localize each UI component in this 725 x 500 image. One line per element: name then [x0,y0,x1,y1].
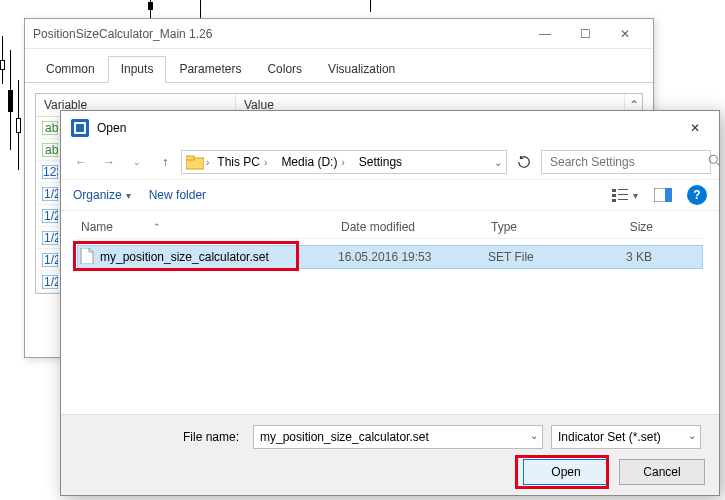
nav-back-button[interactable]: ← [69,150,93,174]
search-field[interactable] [548,154,702,170]
svg-text:ab: ab [45,121,58,135]
file-type-filter[interactable]: Indicator Set (*.set) ⌄ [551,425,701,449]
svg-text:1/2: 1/2 [44,231,58,245]
param-int-icon: 123 [40,165,60,179]
svg-line-19 [717,163,721,167]
tab-colors[interactable]: Colors [254,56,315,83]
cancel-button[interactable]: Cancel [619,459,705,485]
tab-parameters[interactable]: Parameters [166,56,254,83]
close-icon[interactable]: ✕ [677,115,713,141]
file-size: 3 KB [598,250,658,264]
nav-forward-button: → [97,150,121,174]
svg-rect-24 [612,199,616,202]
preview-pane-button[interactable] [649,184,677,206]
file-list: Name⌃ Date modified Type Size my_positio… [61,211,719,273]
help-icon[interactable]: ? [687,185,707,205]
breadcrumb-item[interactable]: This PC› [211,153,273,171]
svg-rect-21 [618,189,628,190]
dialog-title: PositionSizeCalculator_Main 1.26 [33,27,525,41]
svg-point-18 [709,155,717,163]
file-icon [80,248,94,267]
minimize-button[interactable]: — [525,22,565,46]
sort-ascending-icon: ⌃ [153,222,161,232]
toolbar: Organize ▾ New folder ▾ ? [61,179,719,211]
param-string-icon: ab [40,121,60,135]
close-button[interactable]: ✕ [605,22,645,46]
chevron-down-icon[interactable]: ⌄ [530,430,538,441]
file-date: 16.05.2016 19:53 [338,250,488,264]
tab-inputs[interactable]: Inputs [108,56,167,83]
column-header-size[interactable]: Size [597,218,657,236]
organize-menu[interactable]: Organize ▾ [73,188,131,202]
search-icon [708,154,721,170]
param-string-icon: ab [40,143,60,157]
chevron-down-icon[interactable]: ⌄ [688,430,696,441]
param-fraction-icon: 1/2 [40,231,60,245]
file-type: SET File [488,250,598,264]
param-fraction-icon: 1/2 [40,187,60,201]
open-dialog-icon [71,119,89,137]
nav-up-button[interactable]: ↑ [153,150,177,174]
breadcrumb-item[interactable]: Media (D:)› [275,153,350,171]
open-dialog-titlebar: Open ✕ [61,111,719,145]
filename-label: File name: [75,430,245,444]
param-fraction-icon: 1/2 [40,275,60,289]
list-header: Name⌃ Date modified Type Size [77,215,703,239]
column-header-type[interactable]: Type [487,218,597,236]
svg-rect-23 [618,194,628,195]
nav-recent-dropdown[interactable]: ⌄ [125,150,149,174]
tab-visualization[interactable]: Visualization [315,56,408,83]
new-folder-button[interactable]: New folder [149,188,206,202]
param-fraction-icon: 1/2 [40,253,60,267]
filename-input[interactable]: my_position_size_calculator.set ⌄ [253,425,543,449]
tab-common[interactable]: Common [33,56,108,83]
maximize-button[interactable]: ☐ [565,22,605,46]
open-dialog-title: Open [97,121,677,135]
breadcrumb-item[interactable]: Settings [353,153,408,171]
column-header-date[interactable]: Date modified [337,218,487,236]
param-fraction-icon: 1/2 [40,209,60,223]
svg-text:ab: ab [45,143,58,157]
column-header-name[interactable]: Name⌃ [77,218,337,236]
dialog-footer: File name: my_position_size_calculator.s… [61,414,719,495]
svg-rect-17 [186,156,194,160]
navigation-bar: ← → ⌄ ↑ › This PC› Media (D:)› Settings … [61,145,719,179]
svg-text:1/2: 1/2 [44,187,58,201]
file-name: my_position_size_calculator.set [100,250,269,264]
tabbar: Common Inputs Parameters Colors Visualiz… [25,55,653,83]
svg-rect-20 [612,189,616,192]
view-options-button[interactable]: ▾ [611,184,639,206]
chevron-right-icon[interactable]: › [206,157,209,168]
open-button[interactable]: Open [523,459,609,485]
svg-rect-27 [665,188,672,202]
chevron-down-icon[interactable]: ⌄ [494,157,502,168]
svg-rect-22 [612,194,616,197]
svg-text:1/2: 1/2 [44,275,58,289]
svg-text:1/2: 1/2 [44,253,58,267]
open-file-dialog: Open ✕ ← → ⌄ ↑ › This PC› Media (D:)› Se… [60,110,720,496]
search-input[interactable] [541,150,711,174]
svg-text:123: 123 [43,165,58,179]
svg-rect-25 [618,199,628,200]
address-bar[interactable]: › This PC› Media (D:)› Settings ⌄ [181,150,507,174]
file-row[interactable]: my_position_size_calculator.set 16.05.20… [77,245,703,269]
dialog-titlebar: PositionSizeCalculator_Main 1.26 — ☐ ✕ [25,19,653,49]
refresh-button[interactable] [511,150,537,174]
folder-icon [186,154,204,170]
svg-text:1/2: 1/2 [44,209,58,223]
